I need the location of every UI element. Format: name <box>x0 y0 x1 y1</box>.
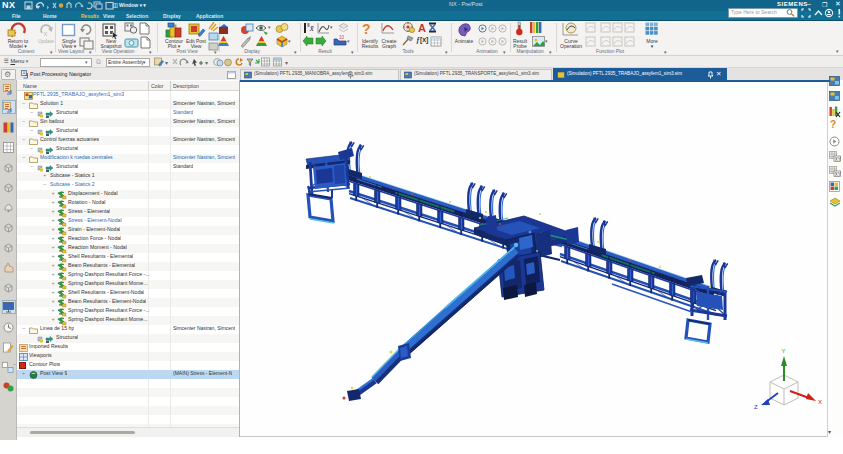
svg-text:▾: ▾ <box>285 60 288 66</box>
svg-text:▾: ▾ <box>205 60 208 66</box>
svg-text:Y: Y <box>782 348 786 354</box>
svg-text:10: 10 <box>339 35 345 40</box>
svg-text:x̄: x̄ <box>309 24 314 33</box>
svg-text:▾: ▾ <box>165 60 168 66</box>
svg-text:XY: XY <box>835 172 841 177</box>
svg-text:XY: XY <box>835 157 841 162</box>
svg-text:X: X <box>818 399 822 405</box>
svg-text:Z: Z <box>754 404 758 410</box>
